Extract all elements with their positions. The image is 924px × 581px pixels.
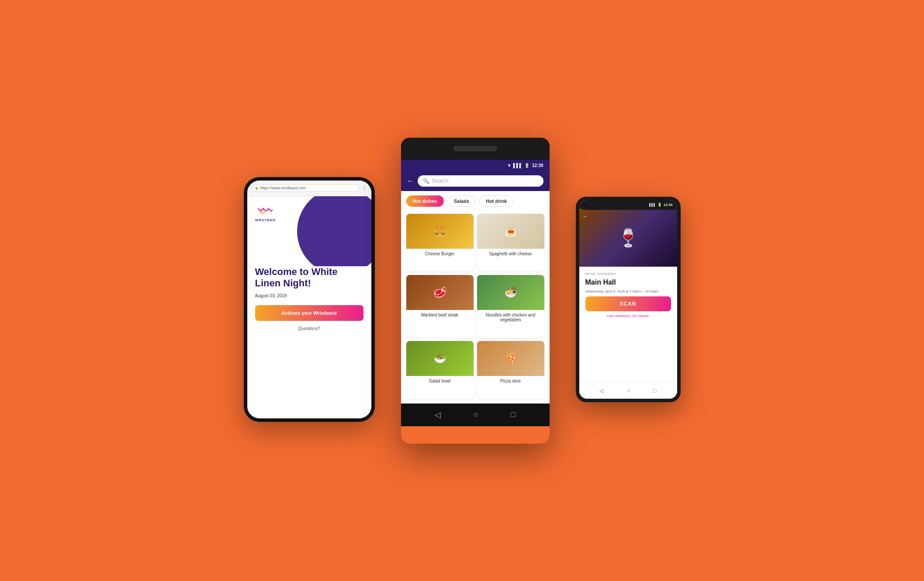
food-image-cheese-burger: 🍔 <box>406 214 474 249</box>
purple-background <box>297 196 371 266</box>
welcome-date: August 03, 2019 <box>255 293 363 298</box>
food-card-spaghetti[interactable]: 🍝 Spaghetti with cheese <box>477 214 544 271</box>
food-card-pizza[interactable]: 🍕 Pizza slice <box>477 341 544 399</box>
pos-status-bar: ▼ ▌▌▌ 🔋 12:30 <box>401 160 550 172</box>
food-label-beef: Marbled beef steak <box>406 310 474 320</box>
welcome-section: Welcome to White Linen Night! August 03,… <box>247 266 371 418</box>
nav-home-button[interactable]: ○ <box>474 410 478 419</box>
food-label-noodles: Noodles with chicken and vegetables <box>477 310 544 325</box>
welcome-title: Welcome to White Linen Night! <box>255 266 363 289</box>
search-input-container[interactable]: 🔍 Search <box>418 175 543 187</box>
event-date: Wednesday, April 3, 2019 at 7:00pm – 10:… <box>585 289 671 294</box>
phone-right: ▌▌▌ 🔋 12:30 ← 🍷 WINE DINNERS Main Hall W… <box>576 197 681 402</box>
category-salads[interactable]: Salads <box>447 195 476 207</box>
browser-menu[interactable]: ⋮ <box>362 185 367 191</box>
phone-left-content: WRSTBND Welcome to White Linen Night! Au… <box>247 196 371 418</box>
food-image-noodles: 🍜 <box>477 275 544 310</box>
wifi-icon: ▼ <box>507 163 512 168</box>
lock-icon: 🔒 <box>255 186 259 190</box>
hero-emoji: 🍷 <box>617 228 639 248</box>
pos-search-bar: ← 🔍 Search <box>401 172 550 191</box>
pos-nav-bar: ◁ ○ □ <box>401 404 550 426</box>
food-label-pizza: Pizza slice <box>477 376 544 386</box>
search-icon: 🔍 <box>423 178 429 184</box>
food-grid: 🍔 Cheese Burger 🍝 Spaghetti with cheese … <box>401 211 550 404</box>
pos-screen-wrapper: ▼ ▌▌▌ 🔋 12:30 ← 🔍 Search Hot di <box>401 160 550 404</box>
phone-right-time: 12:30 <box>664 203 672 207</box>
pos-bottom-strip <box>401 426 550 444</box>
nav-back-right[interactable]: ◁ <box>599 388 603 394</box>
event-category: WINE DINNERS <box>585 272 671 276</box>
update-link[interactable]: Update <box>638 314 649 318</box>
event-title: Main Hall <box>585 278 671 286</box>
food-card-noodles[interactable]: 🍜 Noodles with chicken and vegetables <box>477 275 544 337</box>
event-info: WINE DINNERS Main Hall Wednesday, April … <box>579 267 677 383</box>
signal-icon: ▌▌▌ <box>513 163 523 168</box>
last-update-text: Last update(21-20) <box>607 314 637 318</box>
pos-speaker <box>453 146 497 151</box>
food-image-spaghetti: 🍝 <box>477 214 544 249</box>
logo-container: WRSTBND <box>255 205 276 222</box>
pos-screen: ▼ ▌▌▌ 🔋 12:30 ← 🔍 Search Hot di <box>401 160 550 404</box>
food-card-cheese-burger[interactable]: 🍔 Cheese Burger <box>406 214 474 271</box>
scan-button[interactable]: SCAN <box>585 296 671 311</box>
activate-wristband-button[interactable]: Activate your Wristband <box>255 305 363 321</box>
status-icons: ▼ ▌▌▌ 🔋 <box>507 163 529 168</box>
food-card-salad[interactable]: 🥗 Salad bowl <box>406 341 474 399</box>
nav-back-button[interactable]: ◁ <box>435 410 441 420</box>
food-card-beef[interactable]: 🥩 Marbled beef steak <box>406 275 474 337</box>
phone-right-screen: ▌▌▌ 🔋 12:30 ← 🍷 WINE DINNERS Main Hall W… <box>579 200 677 399</box>
nav-recents-button[interactable]: □ <box>511 410 516 419</box>
food-label-salad: Salad bowl <box>406 376 474 386</box>
food-label-cheese-burger: Cheese Burger <box>406 249 474 259</box>
main-scene: 🔒 https://www.wrstband.com ⋮ <box>0 0 924 581</box>
nav-home-right[interactable]: ○ <box>627 388 630 394</box>
logo-svg <box>256 205 274 217</box>
url-text: https://www.wrstband.com <box>260 186 306 190</box>
logo-text: WRSTBND <box>255 218 276 222</box>
battery-icon: 🔋 <box>524 163 529 168</box>
pos-terminal: ▼ ▌▌▌ 🔋 12:30 ← 🔍 Search Hot di <box>401 138 550 444</box>
food-image-pizza: 🍕 <box>477 341 544 376</box>
battery-icon-right: 🔋 <box>658 203 662 207</box>
category-bar: Hot dishes Salads Hot drink <box>401 191 550 211</box>
phone-left: 🔒 https://www.wrstband.com ⋮ <box>244 177 375 422</box>
nav-recents-right[interactable]: □ <box>654 388 657 394</box>
back-arrow[interactable]: ← <box>583 213 588 219</box>
food-label-spaghetti: Spaghetti with cheese <box>477 249 544 259</box>
back-button[interactable]: ← <box>407 177 414 185</box>
browser-bar: 🔒 https://www.wrstband.com ⋮ <box>247 181 371 196</box>
category-hot-dishes[interactable]: Hot dishes <box>406 195 444 207</box>
pos-status-time: 12:30 <box>532 163 543 168</box>
pos-top-strip <box>401 138 550 160</box>
phone-left-screen: 🔒 https://www.wrstband.com ⋮ <box>247 181 371 418</box>
hero-section: WRSTBND <box>247 196 371 266</box>
signal-icon-right: ▌▌▌ <box>649 203 656 206</box>
phone-right-status-bar: ▌▌▌ 🔋 12:30 <box>579 200 677 210</box>
search-placeholder: Search <box>432 178 449 184</box>
phone-right-bottom-nav: ◁ ○ □ <box>579 383 677 399</box>
category-hot-drink[interactable]: Hot drink <box>479 195 513 207</box>
food-hero-image: ← 🍷 <box>579 210 677 267</box>
food-image-beef: 🥩 <box>406 275 474 310</box>
food-image-salad: 🥗 <box>406 341 474 376</box>
last-update: Last update(21-20) Update <box>585 314 671 318</box>
url-bar: 🔒 https://www.wrstband.com <box>252 184 359 191</box>
questions-link[interactable]: Questions? <box>255 326 363 331</box>
